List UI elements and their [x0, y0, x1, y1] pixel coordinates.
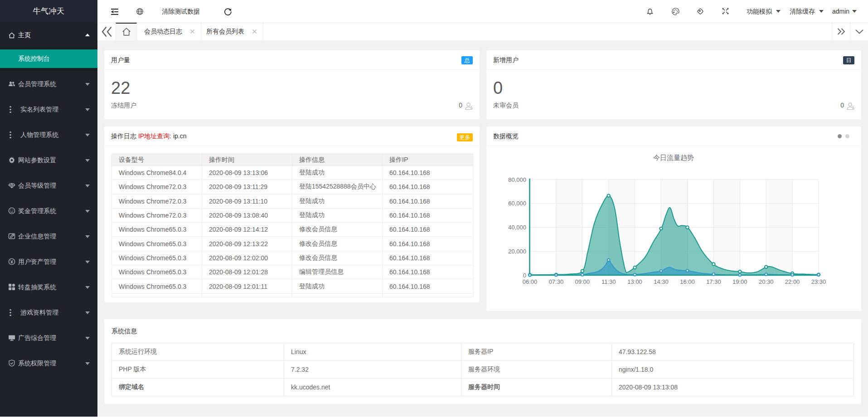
svg-text:20:30: 20:30 [759, 278, 774, 285]
svg-text:13:00: 13:00 [627, 278, 642, 285]
svg-text:06:00: 06:00 [523, 278, 538, 285]
svg-text:07:30: 07:30 [549, 278, 564, 285]
svg-text:14:30: 14:30 [654, 278, 669, 285]
svg-text:80,000: 80,000 [508, 176, 526, 183]
svg-text:0: 0 [523, 272, 526, 279]
svg-text:今日流量趋势: 今日流量趋势 [653, 154, 694, 161]
svg-text:11:30: 11:30 [601, 278, 616, 285]
svg-text:17:30: 17:30 [706, 278, 721, 285]
svg-text:19:00: 19:00 [732, 278, 747, 285]
svg-text:23:30: 23:30 [811, 278, 826, 285]
svg-text:22:00: 22:00 [785, 278, 800, 285]
svg-text:60,000: 60,000 [508, 200, 526, 207]
svg-text:40,000: 40,000 [508, 224, 526, 231]
svg-text:09:00: 09:00 [575, 278, 590, 285]
svg-text:20,000: 20,000 [508, 248, 526, 255]
svg-text:16:00: 16:00 [680, 278, 695, 285]
